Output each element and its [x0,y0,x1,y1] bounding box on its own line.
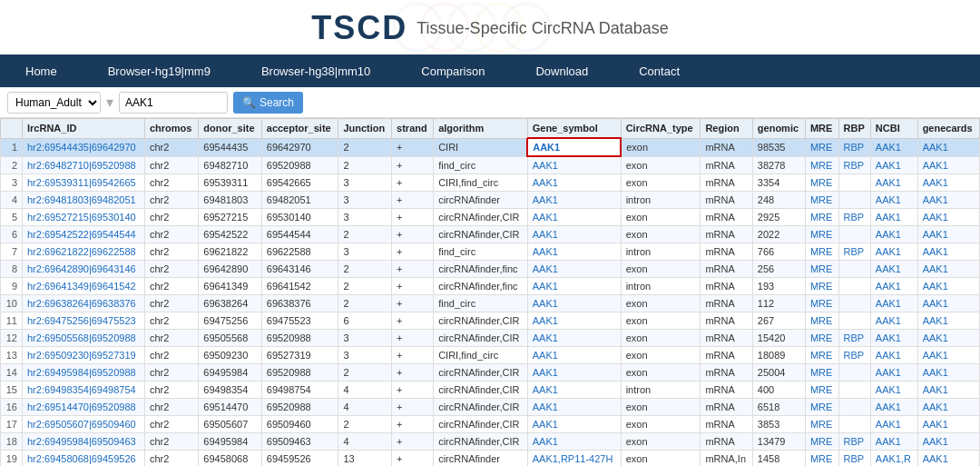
ncbi-cell[interactable]: AAK1 [870,243,917,261]
rbp-cell[interactable]: RBP [838,347,870,364]
gene-symbol-cell[interactable]: AAK1 [527,278,621,295]
genecards-cell[interactable]: AAK1 [917,138,979,156]
gene-symbol-cell[interactable]: AAK1 [527,243,621,261]
mre-cell[interactable]: MRE [805,243,838,261]
gene-symbol-cell[interactable]: AAK1 [527,312,621,330]
gene-symbol-cell[interactable]: AAK1 [527,226,621,243]
lrcRNA-id-cell[interactable]: hr2:69527215|69530140 [23,209,145,226]
nav-download[interactable]: Download [510,55,613,87]
genecards-cell[interactable]: AAK1 [917,226,979,243]
ncbi-cell[interactable]: AAK1 [870,156,917,174]
mre-cell[interactable]: MRE [805,192,838,209]
gene-symbol-cell[interactable]: AAK1 [527,433,621,451]
nav-home[interactable]: Home [0,55,83,87]
mre-cell[interactable]: MRE [805,433,838,451]
gene-symbol-cell[interactable]: AAK1 [527,347,621,364]
genecards-cell[interactable]: AAK1 [917,382,979,399]
lrcRNA-id-cell[interactable]: hr2:69638264|69638376 [23,295,145,312]
table-row[interactable]: 19hr2:69458068|69459526chr26945806869459… [1,451,980,467]
ncbi-cell[interactable]: AAK1 [870,347,917,364]
table-row[interactable]: 13hr2:69509230|69527319chr26950923069527… [1,347,980,364]
gene-symbol-cell[interactable]: AAK1 [527,192,621,209]
lrcRNA-id-cell[interactable]: hr2:69621822|69622588 [23,243,145,261]
genecards-cell[interactable]: AAK1 [917,364,979,382]
table-row[interactable]: 16hr2:69514470|69520988chr26951447069520… [1,399,980,416]
table-row[interactable]: 11hr2:69475256|69475523chr26947525669475… [1,312,980,330]
mre-cell[interactable]: MRE [805,364,838,382]
gene-symbol-cell[interactable]: AAK1 [527,330,621,347]
rbp-cell[interactable]: RBP [838,138,870,156]
gene-symbol-cell[interactable]: AAK1 [527,138,621,156]
mre-cell[interactable]: MRE [805,416,838,433]
genecards-cell[interactable]: AAK1 [917,330,979,347]
genecards-cell[interactable]: AAK1 [917,192,979,209]
genecards-cell[interactable]: AAK1 [917,278,979,295]
ncbi-cell[interactable]: AAK1 [870,312,917,330]
table-row[interactable]: 3hr2:69539311|69542665chr269539311695426… [1,174,980,192]
mre-cell[interactable]: MRE [805,295,838,312]
ncbi-cell[interactable]: AAK1 [870,261,917,278]
genecards-cell[interactable]: AAK1 [917,295,979,312]
lrcRNA-id-cell[interactable]: hr2:69505568|69520988 [23,330,145,347]
ncbi-cell[interactable]: AAK1 [870,364,917,382]
gene-symbol-cell[interactable]: AAK1 [527,156,621,174]
lrcRNA-id-cell[interactable]: hr2:69495984|69509463 [23,433,145,451]
ncbi-cell[interactable]: AAK1 [870,295,917,312]
ncbi-cell[interactable]: AAK1 [870,226,917,243]
table-row[interactable]: 6hr2:69542522|69544544chr269542522695445… [1,226,980,243]
table-row[interactable]: 7hr2:69621822|69622588chr269621822696225… [1,243,980,261]
genecards-cell[interactable]: AAK1 [917,156,979,174]
genecards-cell[interactable]: AAK1 [917,399,979,416]
ncbi-cell[interactable]: AAK1 [870,330,917,347]
lrcRNA-id-cell[interactable]: hr2:69641349|69641542 [23,278,145,295]
mre-cell[interactable]: MRE [805,278,838,295]
lrcRNA-id-cell[interactable]: hr2:69514470|69520988 [23,399,145,416]
mre-cell[interactable]: MRE [805,261,838,278]
gene-symbol-cell[interactable]: AAK1 [527,209,621,226]
genecards-cell[interactable]: AAK1 [917,174,979,192]
ncbi-cell[interactable]: AAK1 [870,138,917,156]
ncbi-cell[interactable]: AAK1 [870,433,917,451]
table-row[interactable]: 5hr2:69527215|69530140chr269527215695301… [1,209,980,226]
mre-cell[interactable]: MRE [805,347,838,364]
ncbi-cell[interactable]: AAK1 [870,382,917,399]
gene-symbol-cell[interactable]: AAK1 [527,399,621,416]
lrcRNA-id-cell[interactable]: hr2:69475256|69475523 [23,312,145,330]
rbp-cell[interactable]: RBP [838,209,870,226]
nav-comparison[interactable]: Comparison [396,55,510,87]
rbp-cell[interactable]: RBP [838,433,870,451]
lrcRNA-id-cell[interactable]: hr2:69458068|69459526 [23,451,145,467]
ncbi-cell[interactable]: AAK1 [870,416,917,433]
gene-symbol-cell[interactable]: AAK1 [527,382,621,399]
gene-symbol-cell[interactable]: AAK1,RP11-427H [527,451,621,467]
lrcRNA-id-cell[interactable]: hr2:69544435|69642970 [23,138,145,156]
rbp-cell[interactable]: RBP [838,330,870,347]
table-row[interactable]: 4hr2:69481803|69482051chr269481803694820… [1,192,980,209]
table-row[interactable]: 2hr2:69482710|69520988chr269482710695209… [1,156,980,174]
rbp-cell[interactable]: RBP [838,451,870,467]
table-row[interactable]: 15hr2:69498354|69498754chr26949835469498… [1,382,980,399]
genecards-cell[interactable]: AAK1 [917,416,979,433]
nav-browser-hg19[interactable]: Browser-hg19|mm9 [83,55,236,87]
genecards-cell[interactable]: AAK1 [917,209,979,226]
table-row[interactable]: 17hr2:69505607|69509460chr26950560769509… [1,416,980,433]
mre-cell[interactable]: MRE [805,226,838,243]
genecards-cell[interactable]: AAK1 [917,451,979,467]
genecards-cell[interactable]: AAK1 [917,433,979,451]
genecards-cell[interactable]: AAK1 [917,347,979,364]
mre-cell[interactable]: MRE [805,174,838,192]
table-row[interactable]: 9hr2:69641349|69641542chr269641349696415… [1,278,980,295]
lrcRNA-id-cell[interactable]: hr2:69481803|69482051 [23,192,145,209]
mre-cell[interactable]: MRE [805,382,838,399]
table-row[interactable]: 10hr2:69638264|69638376chr26963826469638… [1,295,980,312]
lrcRNA-id-cell[interactable]: hr2:69498354|69498754 [23,382,145,399]
genecards-cell[interactable]: AAK1 [917,261,979,278]
mre-cell[interactable]: MRE [805,138,838,156]
lrcRNA-id-cell[interactable]: hr2:69642890|69643146 [23,261,145,278]
table-row[interactable]: 12hr2:69505568|69520988chr26950556869520… [1,330,980,347]
lrcRNA-id-cell[interactable]: hr2:69542522|69544544 [23,226,145,243]
ncbi-cell[interactable]: AAK1 [870,192,917,209]
ncbi-cell[interactable]: AAK1 [870,399,917,416]
mre-cell[interactable]: MRE [805,312,838,330]
ncbi-cell[interactable]: AAK1,R [870,451,917,467]
